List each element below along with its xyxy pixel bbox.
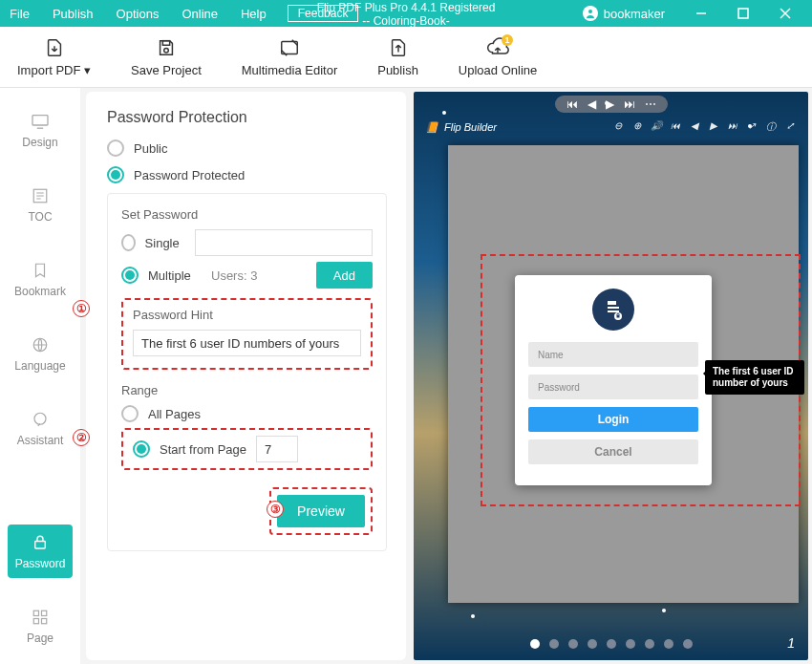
lock-icon xyxy=(30,532,51,553)
svg-rect-12 xyxy=(35,542,46,549)
sidebar-item-bookmark[interactable]: Bookmark xyxy=(8,252,73,306)
close-button[interactable] xyxy=(764,0,806,27)
set-password-label: Set Password xyxy=(121,207,373,222)
sidebar-item-label: Language xyxy=(14,359,65,373)
pv-first-icon[interactable]: ⏮ xyxy=(668,120,682,134)
radio-all-pages[interactable] xyxy=(121,405,139,422)
radio-all-pages-label: All Pages xyxy=(148,407,201,421)
multimedia-editor-button[interactable]: Multimedia Editor xyxy=(242,36,337,77)
pv-fullscreen-icon[interactable]: ⤢ xyxy=(782,120,797,134)
pv-prev-icon[interactable]: ◀ xyxy=(687,120,701,134)
radio-single[interactable] xyxy=(121,234,136,251)
menu-file[interactable]: File xyxy=(10,7,30,21)
multimedia-label: Multimedia Editor xyxy=(242,63,337,77)
sidebar-item-password[interactable]: Password xyxy=(8,525,73,578)
nav-prev-icon[interactable]: ◀ xyxy=(588,97,596,111)
menu-bar: File Publish Options Online Help xyxy=(10,7,267,21)
left-sidebar: Design TOC Bookmark Language Assistant P… xyxy=(0,88,80,664)
svg-rect-2 xyxy=(738,9,748,18)
login-name-input[interactable]: Name xyxy=(528,342,698,367)
upload-online-button[interactable]: 1 Upload Online xyxy=(459,36,537,77)
brand-label: Flip Builder xyxy=(444,121,497,133)
pv-zoom-out-icon[interactable]: ⊖ xyxy=(610,120,625,134)
cloud-upload-icon: 1 xyxy=(486,36,509,59)
maximize-button[interactable] xyxy=(722,0,764,27)
nav-last-icon[interactable]: ⏭ xyxy=(624,97,635,111)
sidebar-item-assistant[interactable]: Assistant xyxy=(8,401,73,455)
login-button[interactable]: Login xyxy=(528,407,698,432)
svg-rect-5 xyxy=(162,41,169,46)
sidebar-item-page[interactable]: Page xyxy=(8,599,73,653)
nav-more-icon[interactable]: ⋯ xyxy=(645,97,656,111)
user-avatar-icon[interactable] xyxy=(583,6,598,21)
svg-rect-16 xyxy=(42,619,47,624)
login-password-input[interactable]: Password xyxy=(528,375,698,399)
grid-icon xyxy=(30,607,51,628)
pv-info-icon[interactable]: ⓘ xyxy=(763,120,778,134)
svg-point-6 xyxy=(164,48,169,53)
import-label: Import PDF ▾ xyxy=(17,63,91,77)
user-name[interactable]: bookmaker xyxy=(604,7,665,21)
svg-rect-13 xyxy=(33,610,38,615)
save-icon xyxy=(155,36,178,59)
preview-mini-toolbar: ⊖ ⊕ 🔊 ⏮ ◀ ▶ ⏭ ↗ ⓘ ⤢ xyxy=(610,120,797,134)
login-lock-icon xyxy=(592,289,634,331)
feedback-button[interactable]: Feedback xyxy=(288,5,359,22)
svg-rect-18 xyxy=(617,315,620,318)
sidebar-item-language[interactable]: Language xyxy=(8,327,73,380)
range-label: Range xyxy=(121,383,373,397)
callout-hint: Password Hint xyxy=(121,298,373,370)
minimize-button[interactable] xyxy=(680,0,722,27)
pv-next-icon[interactable]: ▶ xyxy=(706,120,720,134)
radio-public[interactable] xyxy=(107,139,124,157)
sidebar-item-label: Password xyxy=(15,557,66,570)
nav-first-icon[interactable]: ⏮ xyxy=(566,97,578,111)
save-project-button[interactable]: Save Project xyxy=(131,36,202,77)
menu-help[interactable]: Help xyxy=(241,7,267,21)
preview-page-dots[interactable] xyxy=(414,639,808,649)
radio-start-from-label: Start from Page xyxy=(160,442,246,457)
pv-sound-icon[interactable]: 🔊 xyxy=(649,120,663,134)
login-cancel-button[interactable]: Cancel xyxy=(528,439,698,464)
pv-zoom-in-icon[interactable]: ⊕ xyxy=(630,120,644,134)
add-user-button[interactable]: Add xyxy=(316,262,373,289)
radio-multiple-label: Multiple xyxy=(148,268,202,283)
protected-settings: Set Password Single Multiple Users: 3 Ad… xyxy=(107,193,387,551)
menu-online[interactable]: Online xyxy=(182,7,218,21)
callout-num-1: ① xyxy=(73,300,90,317)
brand-icon: 📙 xyxy=(425,121,438,134)
sidebar-item-label: Page xyxy=(27,632,53,645)
radio-multiple[interactable] xyxy=(121,267,139,284)
import-icon xyxy=(43,36,66,59)
title-bar: File Publish Options Online Help Feedbac… xyxy=(0,0,812,27)
preview-button[interactable]: Preview xyxy=(277,495,365,527)
sidebar-item-label: Assistant xyxy=(17,434,64,447)
menu-publish[interactable]: Publish xyxy=(53,7,94,21)
start-page-input[interactable] xyxy=(256,436,298,462)
sidebar-item-design[interactable]: Design xyxy=(8,103,73,157)
hint-tooltip: The first 6 user ID number of yours xyxy=(705,360,804,395)
publish-button[interactable]: Publish xyxy=(377,36,418,77)
radio-public-label: Public xyxy=(134,141,167,156)
chat-icon xyxy=(30,409,51,430)
single-password-input[interactable] xyxy=(195,229,373,256)
radio-protected-label: Password Protected xyxy=(134,168,245,182)
publish-label: Publish xyxy=(377,63,418,77)
menu-options[interactable]: Options xyxy=(117,7,160,21)
radio-start-from[interactable] xyxy=(133,440,150,458)
hint-input[interactable] xyxy=(133,330,361,356)
pv-last-icon[interactable]: ⏭ xyxy=(725,120,739,134)
import-pdf-button[interactable]: Import PDF ▾ xyxy=(17,36,91,77)
radio-single-label: Single xyxy=(145,236,185,250)
sidebar-item-label: TOC xyxy=(28,210,52,224)
multimedia-icon xyxy=(278,36,301,59)
sidebar-item-toc[interactable]: TOC xyxy=(8,178,73,231)
preview-page-number: 1 xyxy=(787,635,795,651)
login-card: Name Password Login Cancel xyxy=(515,275,712,485)
preview-pane: ⏮ ◀ ▶ ⏭ ⋯ 📙 Flip Builder ⊖ ⊕ 🔊 ⏮ ◀ ▶ ⏭ ↗… xyxy=(414,92,808,660)
monitor-icon xyxy=(30,111,51,132)
callout-num-3: ③ xyxy=(267,501,284,518)
radio-protected[interactable] xyxy=(107,166,124,183)
svg-rect-15 xyxy=(33,619,38,624)
sidebar-item-label: Design xyxy=(22,136,57,149)
